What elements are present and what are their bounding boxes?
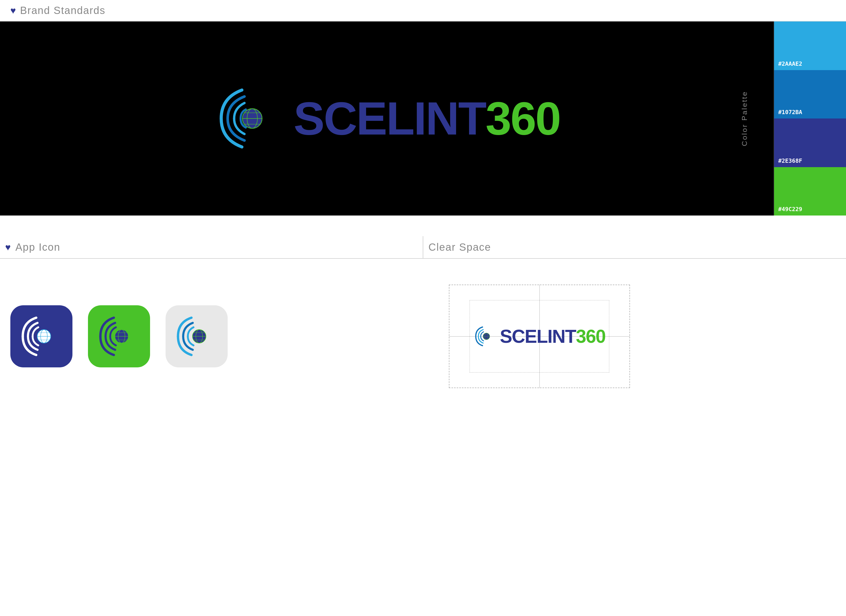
- color-swatch-1072ba: #1072BA: [774, 70, 846, 119]
- color-swatch-2aaae2: #2AAAE2: [774, 22, 846, 70]
- clear-space-logo: SCELINT 360: [473, 325, 605, 348]
- logo-text-scelint: SCELINT: [294, 95, 486, 142]
- app-icon-blue: [10, 305, 72, 368]
- color-swatch-2e368f: #2E368F: [774, 119, 846, 167]
- color-hex-2aaae2: #2AAAE2: [778, 60, 802, 67]
- clear-space-logo-icon: [473, 325, 497, 348]
- brand-logo-icon: [213, 82, 286, 155]
- app-icons-area: [10, 274, 243, 398]
- clear-space-inner-box: SCELINT 360: [470, 300, 609, 373]
- logo-text-360: 360: [486, 95, 560, 142]
- clear-space-logo-text: SCELINT 360: [500, 327, 605, 345]
- color-hex-1072ba: #1072BA: [778, 109, 802, 115]
- brand-standards-title: Brand Standards: [20, 4, 105, 16]
- lower-section: SCELINT 360: [0, 259, 846, 414]
- app-icon-green-svg: [96, 313, 142, 360]
- clear-space-area: SCELINT 360: [243, 274, 836, 398]
- top-bar: ♥ Brand Standards: [0, 0, 846, 22]
- clear-space-section-title: Clear Space: [429, 241, 491, 253]
- app-icon-green: [88, 305, 150, 368]
- app-icon-light: [166, 305, 228, 368]
- app-icon-section-header: ♥ App Icon: [0, 236, 423, 258]
- logo-container: SCELINT 360: [213, 82, 560, 155]
- clear-space-section-header: Clear Space: [423, 236, 846, 258]
- brand-section: SCELINT 360 Color Palette #2AAAE2 #1072B…: [0, 22, 846, 216]
- app-icon-heart-icon: ♥: [5, 242, 10, 253]
- clear-space-text-scelint: SCELINT: [500, 327, 576, 345]
- color-palette-label: Color Palette: [740, 91, 749, 146]
- app-icon-section-title: App Icon: [15, 241, 60, 253]
- section-header-row: ♥ App Icon Clear Space: [0, 236, 846, 259]
- clear-space-diagram: SCELINT 360: [449, 285, 630, 388]
- color-swatch-49c229: #49C229: [774, 167, 846, 216]
- logo-area: SCELINT 360: [0, 22, 774, 216]
- logo-text-group: SCELINT 360: [294, 95, 560, 142]
- brand-standards-heart-icon: ♥: [10, 5, 16, 16]
- color-palette-area: #2AAAE2 #1072BA #2E368F #49C229: [774, 22, 846, 216]
- app-icon-light-svg: [173, 313, 220, 360]
- color-hex-2e368f: #2E368F: [778, 157, 802, 164]
- color-hex-49c229: #49C229: [778, 206, 802, 212]
- clear-space-text-360: 360: [576, 327, 605, 345]
- app-icon-blue-svg: [18, 313, 65, 360]
